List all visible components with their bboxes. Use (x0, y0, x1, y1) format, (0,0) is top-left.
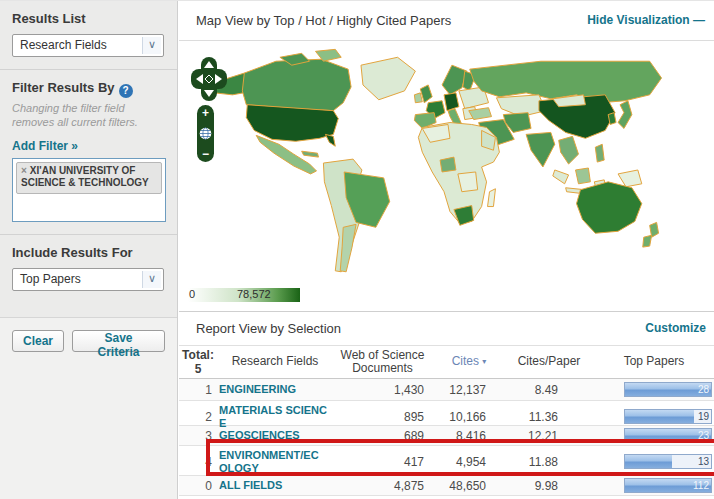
minus-icon: — (693, 13, 706, 27)
help-icon[interactable]: ? (119, 84, 133, 98)
report-table: Total: 5 Research Fields Web of Science … (179, 346, 714, 496)
region-south-america (323, 159, 389, 272)
cites-per-paper-cell: 11.88 (504, 455, 594, 469)
table-row: 3 GEOSCIENCES 689 8,416 12.21 23 (179, 426, 714, 446)
top-papers-value: 13 (698, 456, 709, 467)
chevron-down-icon: ∨ (142, 271, 161, 288)
column-wos-documents: Web of Science Documents (331, 349, 434, 375)
region-oceania (577, 182, 659, 247)
column-research-fields: Research Fields (217, 355, 331, 368)
include-results-select[interactable]: Top Papers ∨ (12, 268, 164, 291)
field-link[interactable]: ENVIRONMENT/ECOLOGY (217, 446, 331, 477)
cites-per-paper-cell: 8.49 (504, 383, 594, 397)
table-header-row: Total: 5 Research Fields Web of Science … (179, 346, 714, 379)
docs-cell: 417 (331, 455, 434, 469)
map-zoom-control: + − (197, 105, 214, 162)
map-header: Map View by Top / Hot / Highly Cited Pap… (179, 1, 714, 41)
hide-visualization-link[interactable]: Hide Visualization — (587, 13, 706, 27)
filter-chip-label: XI'AN UNIVERSITY OF SCIENCE & TECHNOLOGY (21, 165, 149, 189)
results-list-section: Results List Research Fields ∨ (0, 1, 177, 70)
zoom-in-button[interactable]: + (202, 107, 209, 119)
legend-min-value: 0 (189, 288, 195, 300)
report-header: Report View by Selection Customize (179, 312, 714, 346)
map-area: + − 0 78,572 (179, 41, 714, 312)
filter-section: Filter Results By? Changing the filter f… (0, 70, 177, 235)
map-pan-control[interactable] (190, 56, 228, 102)
include-results-selected-value: Top Papers (20, 272, 81, 286)
rank-cell: 0 (179, 479, 217, 493)
cites-per-paper-cell: 11.36 (504, 410, 594, 424)
field-link[interactable]: GEOSCIENCES (217, 426, 331, 445)
results-list-select[interactable]: Research Fields ∨ (12, 34, 164, 57)
sidebar: Results List Research Fields ∨ Filter Re… (0, 1, 178, 499)
cites-cell: 12,137 (434, 383, 504, 397)
filter-list-box[interactable]: ×XI'AN UNIVERSITY OF SCIENCE & TECHNOLOG… (12, 158, 166, 222)
top-papers-bar: 13 (624, 454, 712, 469)
docs-cell: 689 (331, 429, 434, 443)
zoom-out-button[interactable]: − (202, 148, 209, 160)
cites-cell: 10,166 (434, 410, 504, 424)
top-papers-value: 19 (698, 411, 709, 422)
results-list-heading: Results List (12, 11, 165, 26)
region-north-america (213, 49, 416, 174)
docs-cell: 895 (331, 410, 434, 424)
cites-per-paper-cell: 12.21 (504, 429, 594, 443)
add-filter-link[interactable]: Add Filter » (12, 139, 78, 153)
cites-cell: 4,954 (434, 455, 504, 469)
rank-cell: 3 (179, 429, 217, 443)
table-row: 2 MATERIALS SCIENCE 895 10,166 11.36 19 (179, 401, 714, 426)
report-title: Report View by Selection (196, 321, 341, 336)
rank-cell: 2 (179, 410, 217, 424)
remove-filter-icon[interactable]: × (21, 165, 27, 176)
map-title: Map View by Top / Hot / Highly Cited Pap… (196, 13, 451, 28)
total-count: Total: 5 (179, 348, 217, 376)
top-papers-bar: 28 (624, 382, 712, 397)
chevron-down-icon: ∨ (142, 37, 161, 54)
save-criteria-button[interactable]: Save Criteria (72, 330, 165, 352)
field-link[interactable]: ALL FIELDS (217, 476, 331, 495)
filter-note: Changing the filter field removes all cu… (12, 102, 162, 130)
table-row-highlighted: 4 ENVIRONMENT/ECOLOGY 417 4,954 11.88 13 (179, 446, 714, 476)
column-cites-per-paper: Cites/Paper (504, 355, 594, 368)
esi-indicators-page: Results List Research Fields ∨ Filter Re… (0, 0, 714, 499)
cites-per-paper-cell: 9.98 (504, 479, 594, 493)
top-papers-bar: 112 (624, 478, 712, 493)
main-panel: Map View by Top / Hot / Highly Cited Pap… (179, 1, 714, 499)
top-papers-value: 28 (698, 384, 709, 395)
docs-cell: 4,875 (331, 479, 434, 493)
column-top-papers: Top Papers (594, 355, 714, 368)
legend-max-value: 78,572 (237, 288, 271, 300)
clear-button[interactable]: Clear (12, 330, 64, 352)
customize-link[interactable]: Customize (645, 321, 706, 335)
column-cites-sortable[interactable]: Cites ▾ (434, 355, 504, 368)
table-row: 1 ENGINEERING 1,430 12,137 8.49 28 (179, 379, 714, 401)
table-row: 0 ALL FIELDS 4,875 48,650 9.98 112 (179, 476, 714, 496)
world-choropleth-map[interactable] (185, 43, 709, 293)
filter-heading: Filter Results By (12, 80, 115, 95)
sort-arrow-icon: ▾ (482, 357, 486, 366)
docs-cell: 1,430 (331, 383, 434, 397)
map-legend: 0 78,572 (188, 288, 300, 302)
region-africa (418, 123, 499, 226)
top-papers-value: 23 (698, 430, 709, 441)
top-papers-bar: 23 (624, 428, 712, 443)
globe-icon[interactable] (199, 127, 212, 140)
rank-cell: 1 (179, 383, 217, 397)
include-results-heading: Include Results For (12, 245, 165, 260)
region-asia (526, 95, 642, 194)
cites-cell: 48,650 (434, 479, 504, 493)
field-link[interactable]: ENGINEERING (217, 380, 331, 399)
top-papers-bar: 19 (624, 409, 712, 424)
rank-cell: 4 (179, 455, 217, 469)
cites-cell: 8,416 (434, 429, 504, 443)
include-results-section: Include Results For Top Papers ∨ (0, 235, 177, 303)
results-list-selected-value: Research Fields (20, 38, 107, 52)
top-papers-value: 112 (693, 480, 709, 491)
filter-chip[interactable]: ×XI'AN UNIVERSITY OF SCIENCE & TECHNOLOG… (16, 162, 162, 194)
